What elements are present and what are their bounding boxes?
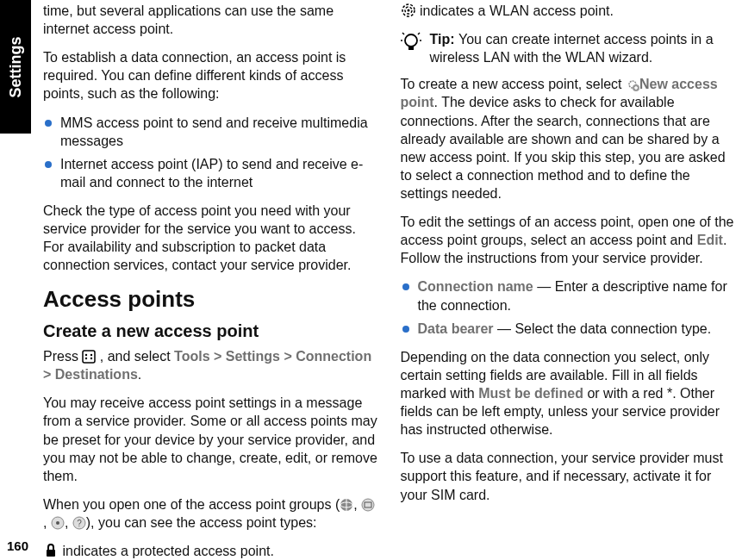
paragraph: To use a data connection, your service p…	[401, 449, 736, 503]
wlan-icon	[401, 3, 416, 18]
svg-point-15	[407, 9, 409, 12]
svg-line-23	[418, 33, 420, 34]
group-mms-icon	[361, 498, 375, 512]
svg-point-3	[85, 358, 87, 359]
list-item: MMS access point to send and receive mul…	[43, 114, 378, 150]
list-item: Data bearer — Select the data connection…	[401, 320, 736, 338]
svg-point-1	[85, 354, 87, 356]
right-column: indicates a WLAN access point. Tip: You …	[401, 0, 736, 560]
svg-point-18	[405, 34, 417, 47]
bullet-list: MMS access point to send and receive mul…	[43, 114, 378, 191]
group-unknown-icon: ?	[72, 516, 86, 530]
paragraph: time, but several applications can use t…	[43, 2, 378, 38]
left-column: time, but several applications can use t…	[43, 0, 378, 560]
tip-block: Tip: You can create internet access poin…	[401, 30, 736, 66]
svg-rect-14	[47, 550, 55, 557]
side-tab: Settings	[0, 0, 31, 134]
svg-point-11	[56, 521, 59, 525]
lightbulb-icon	[401, 32, 421, 66]
svg-rect-19	[408, 47, 414, 50]
paragraph: To establish a data connection, an acces…	[43, 48, 378, 103]
group-globe-icon	[340, 498, 353, 512]
svg-point-4	[90, 358, 92, 359]
legend-item: indicates a protected access point.	[43, 542, 378, 560]
svg-line-22	[402, 33, 404, 34]
list-item: Connection name — Enter a descriptive na…	[401, 277, 736, 314]
svg-text:?: ?	[77, 519, 82, 528]
group-wap-icon	[51, 516, 65, 530]
paragraph: Depending on the data connection you sel…	[401, 348, 736, 439]
paragraph: To create a new access point, select New…	[401, 75, 736, 202]
svg-point-8	[362, 499, 374, 511]
side-tab-label: Settings	[7, 36, 25, 97]
heading-access-points: Access points	[43, 284, 378, 314]
heading-create-access-point: Create a new access point	[43, 320, 378, 342]
tip-label: Tip:	[430, 32, 458, 47]
paragraph: Press , and select Tools > Settings > Co…	[43, 347, 378, 383]
list-item: Internet access point (IAP) to send and …	[43, 155, 378, 191]
svg-rect-0	[83, 351, 95, 363]
lock-icon	[43, 543, 59, 558]
bullet-list: Connection name — Enter a descriptive na…	[401, 277, 736, 337]
columns: time, but several applications can use t…	[43, 0, 735, 560]
paragraph: When you open one of the access point gr…	[43, 495, 378, 532]
paragraph: To edit the settings of an access point,…	[401, 213, 736, 267]
svg-point-2	[90, 354, 92, 356]
add-icon	[626, 78, 639, 91]
paragraph: You may receive access point settings in…	[43, 394, 378, 485]
page-number: 160	[7, 538, 28, 553]
home-key-icon	[82, 350, 96, 364]
paragraph: Check the type of access point you need …	[43, 202, 378, 274]
legend-item: indicates a WLAN access point.	[401, 2, 736, 20]
